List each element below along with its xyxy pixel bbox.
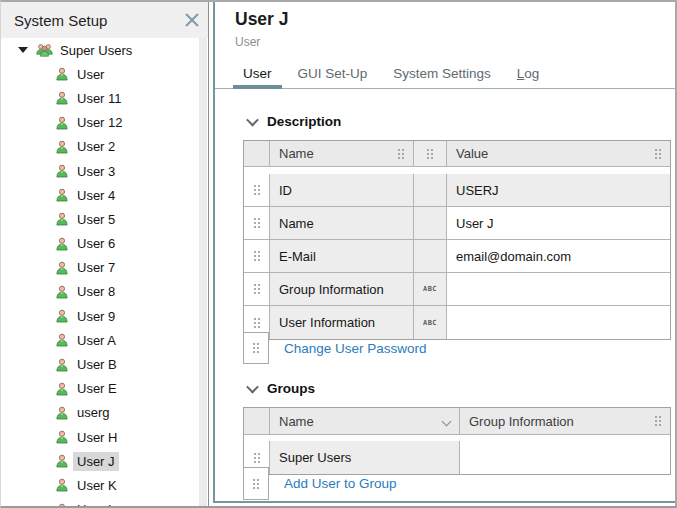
tree-item-user[interactable]: User A [1, 328, 199, 352]
row-drag-handle[interactable] [244, 273, 270, 306]
groups-table: Name Group Information Super Users [243, 407, 671, 475]
tree-item-user[interactable]: User K [1, 473, 199, 497]
chevron-down-icon[interactable] [246, 380, 259, 393]
user-icon [55, 382, 69, 396]
change-password-row: Change User Password [243, 332, 669, 364]
column-menu-icon[interactable] [398, 149, 404, 159]
field-label-group-information: Group Information [270, 273, 414, 306]
field-value-id[interactable]: USERJ [447, 174, 670, 207]
tree-item-user[interactable]: User 8 [1, 280, 199, 304]
sidebar-header: System Setup [1, 2, 208, 38]
tree-item-label: User L [73, 500, 119, 506]
column-header-value[interactable]: Value [447, 141, 670, 167]
change-user-password-link[interactable]: Change User Password [284, 341, 427, 356]
tree-item-user[interactable]: User 11 [1, 86, 199, 110]
field-label-id: ID [270, 174, 414, 207]
field-type-cell [414, 207, 447, 240]
column-header-group-name[interactable]: Name [270, 408, 460, 435]
row-drag-handle[interactable] [243, 467, 269, 500]
row-drag-handle[interactable] [244, 174, 270, 207]
column-menu-icon[interactable] [655, 416, 661, 426]
tree-item-user[interactable]: User 12 [1, 111, 199, 135]
row-drag-handle[interactable] [244, 207, 270, 240]
sidebar-panel: System Setup Super Users [1, 2, 209, 506]
tree-item-label: User 7 [73, 258, 119, 277]
tree-item-label: User A [73, 331, 120, 350]
description-section-header[interactable]: Description [248, 112, 341, 130]
tree-item-user[interactable]: User 4 [1, 183, 199, 207]
tree-root-label: Super Users [56, 41, 136, 60]
add-user-to-group-row: Add User to Group [243, 467, 669, 500]
window: System Setup Super Users [0, 0, 677, 508]
field-value-email[interactable]: email@domain.com [447, 240, 670, 273]
tree-item-label: User 11 [73, 89, 126, 108]
tree-item-label: User 12 [73, 113, 127, 132]
user-icon [55, 188, 69, 202]
drag-dots-icon [254, 453, 260, 463]
user-icon [55, 237, 69, 251]
row-drag-handle[interactable] [243, 332, 269, 364]
user-tree: Super Users UserUser 11User 12User 2User… [1, 38, 199, 506]
user-icon [55, 430, 69, 444]
tree-item-label: User K [73, 476, 121, 495]
tab-user[interactable]: User [233, 59, 282, 88]
drag-dots-icon [253, 479, 259, 489]
groups-section-header[interactable]: Groups [248, 379, 315, 397]
tree-item-label: User 3 [73, 162, 119, 181]
column-header-type[interactable] [414, 141, 447, 167]
detail-panel: User J User User GUI Set-Up System Setti… [213, 2, 675, 503]
tree-item-label: User H [73, 428, 121, 447]
close-icon[interactable] [181, 9, 203, 31]
tree-item-user[interactable]: User 6 [1, 232, 199, 256]
user-icon [55, 140, 69, 154]
drag-dots-icon [254, 251, 260, 261]
tree-item-user[interactable]: User [1, 62, 199, 86]
user-icon [55, 164, 69, 178]
tree-item-user[interactable]: User 2 [1, 135, 199, 159]
tree-item-user[interactable]: User J [1, 449, 199, 473]
row-drag-handle[interactable] [244, 240, 270, 273]
drag-dots-icon [253, 343, 259, 353]
tree-item-user[interactable]: userg [1, 401, 199, 425]
sort-chevron-icon[interactable] [442, 416, 452, 426]
tree-item-user[interactable]: User 5 [1, 207, 199, 231]
tab-log[interactable]: Log [507, 59, 550, 88]
tree-item-user[interactable]: User L [1, 498, 199, 506]
tree-children: UserUser 11User 12User 2User 3User 4User… [1, 62, 199, 506]
field-value-group-information[interactable] [447, 273, 670, 306]
tree-item-user[interactable]: User 3 [1, 159, 199, 183]
field-type-cell [414, 174, 447, 207]
chevron-down-icon[interactable] [246, 113, 259, 126]
description-heading: Description [267, 114, 341, 129]
tree-item-user[interactable]: User H [1, 425, 199, 449]
sidebar-scrollbar[interactable] [199, 38, 207, 506]
add-user-to-group-link[interactable]: Add User to Group [284, 476, 397, 491]
tree-item-user[interactable]: User B [1, 352, 199, 376]
tree-item-user[interactable]: User E [1, 377, 199, 401]
tree-item-user[interactable]: User 9 [1, 304, 199, 328]
tree-item-label: User [73, 65, 108, 84]
column-header-name[interactable]: Name [270, 141, 414, 167]
column-header-group-information[interactable]: Group Information [460, 408, 670, 435]
user-icon [55, 333, 69, 347]
drag-dots-icon [254, 318, 260, 328]
user-icon [55, 406, 69, 420]
caret-down-icon[interactable] [18, 47, 28, 53]
tree-item-label: User 2 [73, 137, 119, 156]
tab-gui-set-up[interactable]: GUI Set-Up [288, 59, 378, 88]
tree-item-super-users[interactable]: Super Users [1, 38, 199, 62]
column-menu-icon[interactable] [655, 149, 661, 159]
tab-bar: User GUI Set-Up System Settings Log [215, 59, 675, 89]
drag-dots-icon [254, 218, 260, 228]
user-icon [55, 67, 69, 81]
tree-item-user[interactable]: User 7 [1, 256, 199, 280]
user-icon [55, 285, 69, 299]
tree-item-label: User 5 [73, 210, 119, 229]
tree-item-label: User 6 [73, 234, 119, 253]
column-menu-icon[interactable] [427, 149, 433, 159]
user-icon [55, 116, 69, 130]
field-value-name[interactable]: User J [447, 207, 670, 240]
tree-item-label: userg [73, 403, 114, 422]
tab-system-settings[interactable]: System Settings [383, 59, 501, 88]
field-label-email: E-Mail [270, 240, 414, 273]
